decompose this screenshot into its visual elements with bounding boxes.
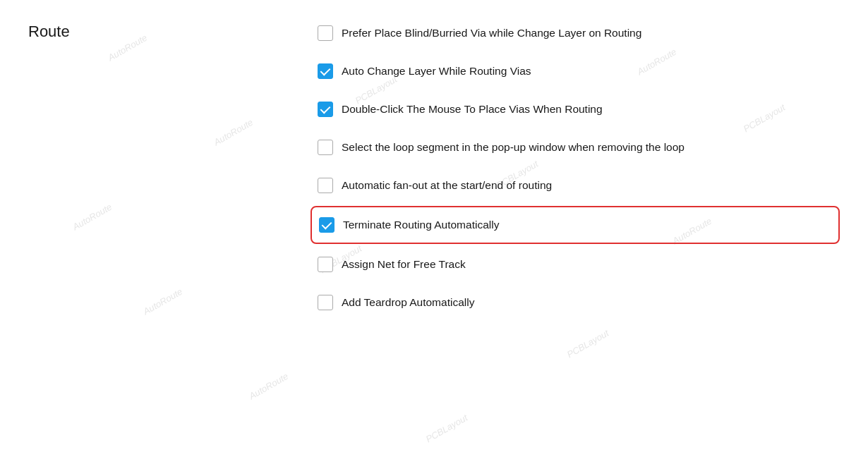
option-row-prefer-blind: Prefer Place Blind/Burried Via while Cha… <box>311 14 840 52</box>
checkbox-double-click-via[interactable] <box>318 102 333 117</box>
option-row-auto-fanout: Automatic fan-out at the start/end of ro… <box>311 166 840 204</box>
option-label-double-click-via: Double-Click The Mouse To Place Vias Whe… <box>342 102 603 117</box>
option-label-select-loop: Select the loop segment in the pop-up wi… <box>342 140 685 155</box>
checkbox-select-loop[interactable] <box>318 140 333 155</box>
checkbox-terminate-routing[interactable] <box>319 217 334 233</box>
option-row-select-loop: Select the loop segment in the pop-up wi… <box>311 128 840 166</box>
option-label-auto-change-layer: Auto Change Layer While Routing Vias <box>342 63 531 79</box>
option-label-assign-net: Assign Net for Free Track <box>342 257 466 272</box>
option-row-double-click-via: Double-Click The Mouse To Place Vias Whe… <box>311 90 840 128</box>
option-row-assign-net: Assign Net for Free Track <box>311 245 840 283</box>
option-row-auto-change-layer: Auto Change Layer While Routing Vias <box>311 52 840 90</box>
option-label-auto-fanout: Automatic fan-out at the start/end of ro… <box>342 178 552 193</box>
section-label: Route <box>28 14 113 450</box>
checkbox-auto-change-layer[interactable] <box>318 63 333 79</box>
option-label-terminate-routing: Terminate Routing Automatically <box>343 217 499 233</box>
checkbox-add-teardrop[interactable] <box>318 295 333 310</box>
option-label-add-teardrop: Add Teardrop Automatically <box>342 295 474 310</box>
options-list: Prefer Place Blind/Burried Via while Cha… <box>113 14 840 450</box>
option-row-terminate-routing: Terminate Routing Automatically <box>311 206 840 244</box>
checkbox-assign-net[interactable] <box>318 257 333 272</box>
checkbox-prefer-blind[interactable] <box>318 25 333 41</box>
page-content: Route Prefer Place Blind/Burried Via whi… <box>0 0 868 464</box>
option-row-add-teardrop: Add Teardrop Automatically <box>311 283 840 322</box>
option-label-prefer-blind: Prefer Place Blind/Burried Via while Cha… <box>342 25 641 41</box>
checkbox-auto-fanout[interactable] <box>318 178 333 193</box>
